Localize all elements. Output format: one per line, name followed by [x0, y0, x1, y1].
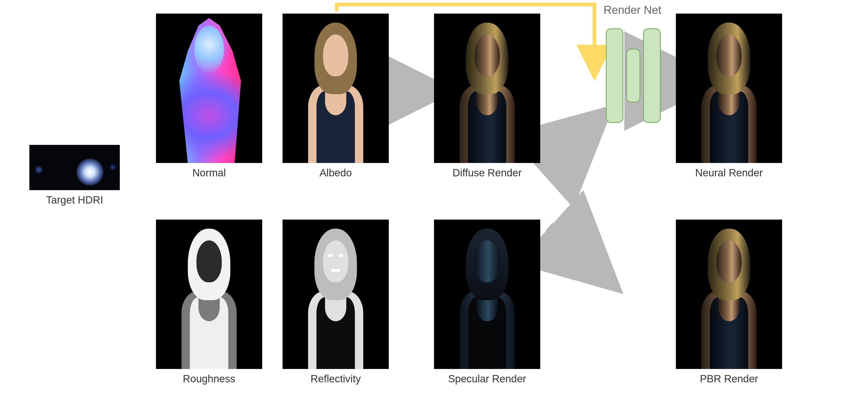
specular-render-image — [434, 220, 540, 369]
albedo-label: Albedo — [283, 167, 389, 179]
roughness-cell: Roughness — [156, 220, 262, 385]
reflectivity-cell: Reflectivity — [283, 220, 389, 385]
render-net-block-3 — [643, 28, 661, 123]
target-hdri-label: Target HDRI — [29, 194, 120, 206]
roughness-label: Roughness — [156, 373, 262, 385]
diffuse-render-image — [434, 13, 540, 163]
target-hdri-cell: Target HDRI — [29, 145, 120, 206]
neural-render-cell: Neural Render — [676, 13, 782, 179]
target-hdri-image — [29, 145, 120, 190]
diffuse-render-label: Diffuse Render — [434, 167, 540, 179]
albedo-cell: Albedo — [283, 13, 389, 179]
specular-render-cell: Specular Render — [434, 220, 540, 385]
render-net-label: Render Net — [603, 3, 661, 17]
pbr-render-image — [676, 220, 782, 369]
render-net-block-2 — [626, 49, 640, 103]
reflectivity-label: Reflectivity — [283, 373, 389, 385]
neural-render-label: Neural Render — [676, 167, 782, 179]
roughness-image — [156, 220, 262, 369]
normal-label: Normal — [156, 167, 262, 179]
diffuse-render-cell: Diffuse Render — [434, 13, 540, 179]
pbr-render-cell: PBR Render — [676, 220, 782, 385]
pbr-render-label: PBR Render — [676, 373, 782, 385]
svg-line-2 — [549, 226, 601, 274]
specular-render-label: Specular Render — [434, 373, 540, 385]
reflectivity-image — [283, 220, 389, 369]
normal-image — [156, 13, 262, 163]
normal-cell: Normal — [156, 13, 262, 179]
neural-render-image — [676, 13, 782, 163]
svg-line-1 — [549, 124, 592, 163]
render-net-block-1 — [606, 28, 623, 123]
albedo-image — [283, 13, 389, 163]
